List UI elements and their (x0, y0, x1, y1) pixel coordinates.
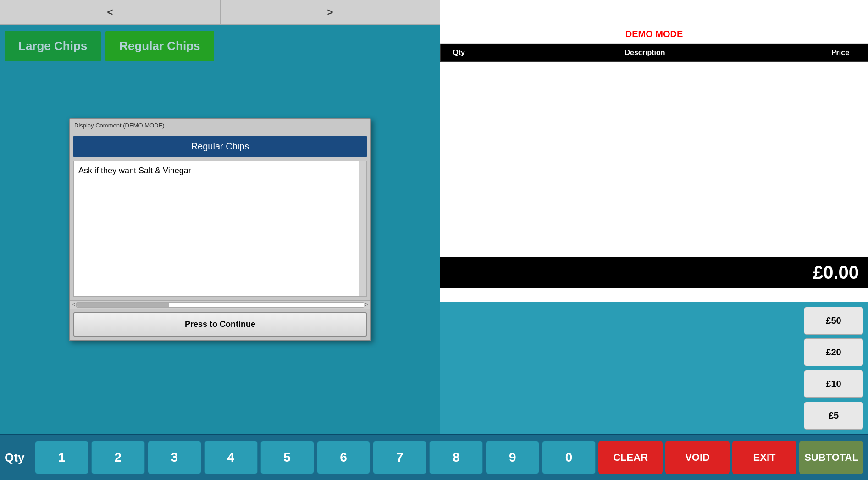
modal-body (73, 161, 367, 297)
top-nav-right (440, 0, 868, 25)
left-panel: Large Chips Regular Chips Display Commen… (0, 25, 440, 434)
num-7-button[interactable]: 7 (373, 441, 426, 474)
num-0-button[interactable]: 0 (542, 441, 596, 474)
modal-footer: Press to Continue (70, 309, 370, 340)
nav-next-button[interactable]: > (220, 0, 440, 25)
receipt-table: Qty Description Price (440, 44, 868, 257)
num-4-button[interactable]: 4 (204, 441, 258, 474)
exit-button[interactable]: EXIT (732, 441, 796, 474)
num-6-button[interactable]: 6 (317, 441, 370, 474)
modal-overlay: Display Comment (DEMO MODE) Regular Chip… (0, 25, 440, 434)
demo-mode-banner: DEMO MODE (440, 25, 868, 44)
subtotal-button[interactable]: SUBTOTAL (799, 441, 863, 474)
fifty-button[interactable]: £50 (804, 307, 863, 335)
receipt-header-row: Qty Description Price (441, 44, 868, 62)
modal-comment-text[interactable] (74, 161, 366, 294)
col-price: Price (813, 44, 868, 62)
void-button[interactable]: VOID (665, 441, 730, 474)
right-panel: DEMO MODE Qty Description Price £0.00 (440, 25, 868, 434)
display-comment-modal: Display Comment (DEMO MODE) Regular Chip… (69, 118, 371, 341)
receipt-empty-row (441, 62, 868, 257)
qty-label: Qty (5, 451, 28, 465)
press-continue-button[interactable]: Press to Continue (73, 312, 367, 337)
top-nav-left: < > (0, 0, 440, 25)
col-description: Description (477, 44, 813, 62)
ten-button[interactable]: £10 (804, 370, 863, 398)
hscroll-thumb[interactable] (77, 303, 169, 307)
twenty-button[interactable]: £20 (804, 338, 863, 366)
bottom-bar: Qty 1 2 3 4 5 6 7 8 9 0 CLEAR VOID EXIT … (0, 434, 868, 480)
modal-titlebar: Display Comment (DEMO MODE) (70, 119, 370, 132)
modal-scrollbar[interactable] (359, 161, 366, 296)
receipt-area: DEMO MODE Qty Description Price £0.00 (440, 25, 868, 302)
num-1-button[interactable]: 1 (35, 441, 88, 474)
num-5-button[interactable]: 5 (260, 441, 314, 474)
main-area: Large Chips Regular Chips Display Commen… (0, 25, 868, 434)
right-buttons: £50 £20 £10 £5 (440, 302, 868, 434)
col-qty: Qty (441, 44, 477, 62)
five-button[interactable]: £5 (804, 402, 863, 430)
top-nav: < > (0, 0, 868, 25)
clear-button[interactable]: CLEAR (598, 441, 663, 474)
modal-header-title: Regular Chips (73, 136, 367, 157)
hscroll-right-arrow[interactable]: > (364, 301, 369, 308)
num-2-button[interactable]: 2 (91, 441, 145, 474)
num-3-button[interactable]: 3 (148, 441, 201, 474)
total-bar: £0.00 (440, 257, 868, 288)
hscroll-track (76, 302, 364, 308)
empty-bar (440, 288, 868, 302)
num-8-button[interactable]: 8 (429, 441, 483, 474)
nav-prev-button[interactable]: < (0, 0, 220, 25)
modal-hscroll: < > (70, 300, 370, 309)
num-9-button[interactable]: 9 (486, 441, 539, 474)
hscroll-left-arrow[interactable]: < (72, 301, 76, 308)
